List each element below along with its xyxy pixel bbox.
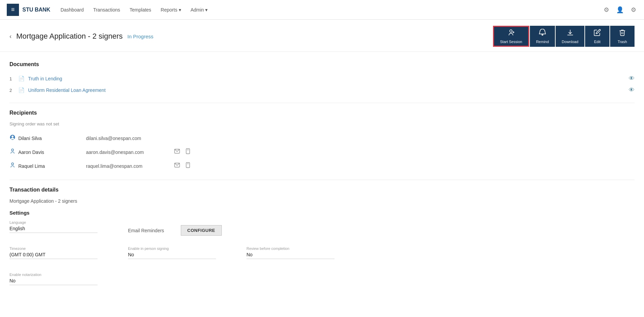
svg-rect-11	[186, 163, 190, 168]
recipient-email: raquel.lima@onespan.com	[86, 163, 174, 169]
transaction-name: Mortgage Application - 2 signers	[9, 198, 635, 204]
email-reminders-row: Email Reminders CONFIGURE	[128, 225, 222, 236]
nav-links: Dashboard Transactions Templates Reports…	[61, 7, 593, 13]
svg-point-4	[12, 136, 14, 138]
recipient-person-icon	[9, 162, 18, 170]
download-label: Download	[562, 40, 578, 44]
email-action-icon[interactable]	[174, 148, 180, 156]
review-before-value: No	[246, 252, 335, 259]
settings-title: Settings	[9, 210, 635, 216]
timezone-value: (GMT 0:00) GMT	[9, 252, 98, 259]
status-badge: In Progress	[127, 34, 153, 39]
admin-chevron-icon: ▾	[205, 7, 208, 13]
action-buttons: Start Session Remind Download	[493, 26, 635, 47]
page-title: Mortgage Application - 2 signers	[16, 32, 123, 41]
remind-button[interactable]: Remind	[530, 26, 555, 47]
enable-notarization-label: Enable notarization	[9, 273, 98, 277]
user-circle-icon[interactable]: 👤	[616, 6, 624, 14]
nav-transactions[interactable]: Transactions	[93, 7, 120, 13]
page-header-left: ‹ Mortgage Application - 2 signers In Pr…	[9, 32, 153, 41]
enable-notarization-value: No	[9, 278, 98, 285]
svg-point-5	[12, 149, 14, 151]
timezone-label: Timezone	[9, 246, 98, 251]
brand-name: STU BANK	[22, 7, 50, 13]
device-action-icon[interactable]	[185, 162, 191, 170]
enable-in-person-label: Enable in person signing	[128, 246, 216, 251]
signing-order-note: Signing order was not set	[9, 121, 635, 126]
configure-button[interactable]: CONFIGURE	[181, 225, 222, 236]
transaction-details-title: Transaction details	[9, 187, 635, 193]
nav-right: ⚙ 👤 ⚙	[603, 6, 637, 14]
device-action-icon[interactable]	[185, 148, 191, 156]
recipient-contact-icon	[9, 134, 18, 142]
navbar: ≡ STU BANK Dashboard Transactions Templa…	[0, 0, 644, 20]
back-button[interactable]: ‹	[9, 33, 12, 40]
documents-list: 1 📄 Truth in Lending 👁 2 📄 Uniform Resid…	[9, 73, 635, 96]
recipient-name: Aaron Davis	[18, 150, 86, 155]
start-session-button[interactable]: Start Session	[493, 26, 529, 47]
enable-in-person-field: Enable in person signing No	[128, 246, 216, 259]
document-row: 2 📄 Uniform Residential Loan Agreement 👁	[9, 84, 635, 96]
start-session-label: Start Session	[500, 40, 522, 44]
brand: ≡ STU BANK	[7, 4, 50, 16]
recipient-email: aaron.davis@onespan.com	[86, 150, 174, 155]
recipient-row: Dilani Silva dilani.silva@onespan.com	[9, 131, 635, 145]
recipient-row: Aaron Davis aaron.davis@onespan.com	[9, 145, 635, 159]
trash-icon	[619, 29, 626, 38]
doc-file-icon: 📄	[18, 87, 25, 93]
doc-file-icon: 📄	[18, 76, 25, 82]
svg-point-9	[12, 163, 14, 165]
divider	[9, 180, 635, 180]
trash-button[interactable]: Trash	[610, 26, 635, 47]
review-before-label: Review before completion	[246, 246, 335, 251]
network-icon[interactable]: ⚙	[603, 6, 610, 14]
review-before-field: Review before completion No	[246, 246, 335, 259]
recipient-email: dilani.silva@onespan.com	[86, 136, 174, 141]
remind-icon	[539, 29, 546, 38]
download-button[interactable]: Download	[556, 26, 584, 47]
language-field: Language English	[9, 220, 98, 233]
recipients-title: Recipients	[9, 110, 635, 116]
language-label: Language	[9, 220, 98, 224]
recipient-row: Raquel Lima raquel.lima@onespan.com	[9, 159, 635, 173]
brand-logo: ≡	[7, 4, 19, 16]
nav-dashboard[interactable]: Dashboard	[61, 7, 84, 13]
svg-point-0	[510, 30, 512, 32]
settings-icon[interactable]: ⚙	[630, 6, 637, 14]
edit-icon	[594, 29, 601, 38]
enable-notarization-field: Enable notarization No	[9, 273, 98, 285]
divider	[9, 103, 635, 103]
main-content: Documents 1 📄 Truth in Lending 👁 2 📄 Uni…	[0, 52, 644, 301]
doc-name[interactable]: Uniform Residential Loan Agreement	[28, 87, 625, 93]
recipient-name: Raquel Lima	[18, 163, 86, 169]
download-icon	[566, 29, 574, 38]
enable-in-person-value: No	[128, 252, 216, 259]
recipient-person-icon	[9, 148, 18, 156]
document-row: 1 📄 Truth in Lending 👁	[9, 73, 635, 84]
page-header: ‹ Mortgage Application - 2 signers In Pr…	[0, 20, 644, 52]
recipient-actions	[174, 148, 191, 156]
language-value: English	[9, 226, 98, 233]
svg-rect-7	[186, 149, 190, 154]
doc-name[interactable]: Truth in Lending	[28, 76, 625, 81]
email-action-icon[interactable]	[174, 162, 180, 170]
start-session-icon	[507, 29, 515, 38]
remind-label: Remind	[536, 40, 549, 44]
timezone-field: Timezone (GMT 0:00) GMT	[9, 246, 98, 259]
recipient-actions	[174, 162, 191, 170]
edit-label: Edit	[594, 40, 601, 44]
trash-label: Trash	[618, 40, 627, 44]
eye-icon[interactable]: 👁	[629, 75, 635, 82]
nav-reports[interactable]: Reports ▾	[161, 7, 181, 13]
nav-templates[interactable]: Templates	[130, 7, 151, 13]
nav-admin[interactable]: Admin ▾	[191, 7, 208, 13]
reports-chevron-icon: ▾	[179, 7, 181, 13]
edit-button[interactable]: Edit	[585, 26, 609, 47]
documents-title: Documents	[9, 61, 635, 67]
email-reminders-label: Email Reminders	[128, 228, 175, 233]
recipient-name: Dilani Silva	[18, 136, 86, 141]
eye-icon[interactable]: 👁	[629, 87, 635, 94]
